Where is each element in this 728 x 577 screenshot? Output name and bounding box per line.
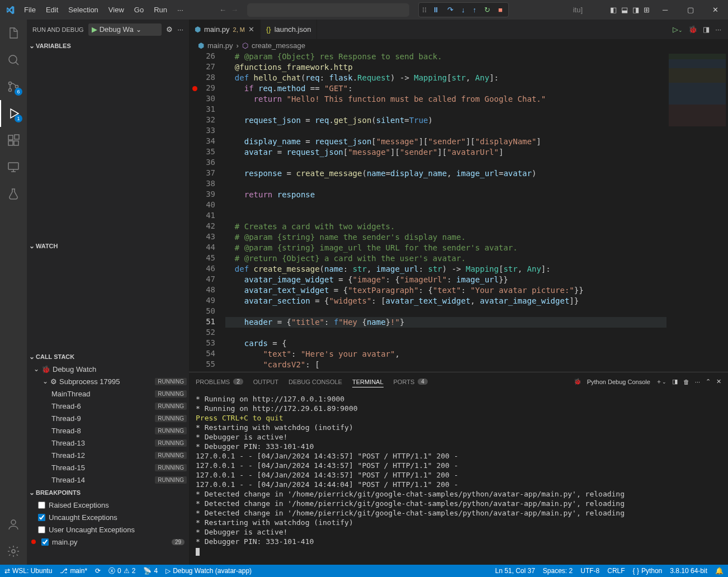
stop-icon[interactable]: ■ xyxy=(496,4,505,15)
callstack-item[interactable]: Thread-14RUNNING xyxy=(27,474,189,486)
callstack-item[interactable]: Thread-12RUNNING xyxy=(27,449,189,461)
accounts-icon[interactable] xyxy=(0,511,27,538)
ports-status[interactable]: 📡4 xyxy=(143,567,158,575)
drag-handle-icon[interactable]: ⁞⁞ xyxy=(422,6,427,14)
more-icon[interactable]: ··· xyxy=(177,25,183,34)
callstack-item[interactable]: ⌄⚙Subprocess 17995RUNNING xyxy=(27,375,189,387)
callstack-label: Thread-15 xyxy=(51,464,85,472)
source-control-icon[interactable]: 6 xyxy=(0,73,27,100)
callstack-item[interactable]: Thread-13RUNNING xyxy=(27,437,189,449)
breakpoint-option[interactable]: Raised Exceptions xyxy=(27,499,189,511)
minimize-icon[interactable]: ─ xyxy=(653,0,678,20)
breakpoint-option[interactable]: Uncaught Exceptions xyxy=(27,511,189,523)
step-over-icon[interactable]: ↷ xyxy=(445,4,456,15)
callstack-item[interactable]: Thread-6RUNNING xyxy=(27,400,189,412)
menu-item-file[interactable]: File xyxy=(20,3,40,16)
more-actions-icon[interactable]: ··· xyxy=(715,25,721,34)
search-icon[interactable] xyxy=(0,46,27,73)
indentation[interactable]: Spaces: 2 xyxy=(543,567,573,575)
breakpoint-file-label: main.py xyxy=(52,538,78,546)
close-tab-icon[interactable]: ✕ xyxy=(248,25,254,34)
git-branch[interactable]: ⎇main* xyxy=(60,567,87,575)
menu-item-selection[interactable]: Selection xyxy=(64,3,102,16)
gear-icon[interactable]: ⚙ xyxy=(166,25,173,34)
panel-tab-terminal[interactable]: TERMINAL xyxy=(352,379,384,387)
maximize-icon[interactable]: ▢ xyxy=(678,0,703,20)
run-file-icon[interactable]: ▷⌄ xyxy=(673,25,683,34)
menu-item-edit[interactable]: Edit xyxy=(41,3,63,16)
menu-item-run[interactable]: Run xyxy=(149,3,172,16)
editor-group: ⬢main.py2, M✕{}launch.json ▷⌄ 🐞 ◨ ··· ⬢ … xyxy=(189,20,728,565)
step-out-icon[interactable]: ↑ xyxy=(471,4,479,15)
encoding[interactable]: UTF-8 xyxy=(580,567,599,575)
callstack-item[interactable]: Thread-9RUNNING xyxy=(27,412,189,424)
step-into-icon[interactable]: ↓ xyxy=(459,4,467,15)
extensions-icon[interactable] xyxy=(0,127,27,154)
menu-item-go[interactable]: Go xyxy=(130,3,148,16)
breakpoint-option[interactable]: User Uncaught Exceptions xyxy=(27,523,189,536)
menu-item-view[interactable]: View xyxy=(104,3,129,16)
breakpoint-checkbox[interactable] xyxy=(38,502,45,509)
more-icon[interactable]: ··· xyxy=(695,379,700,385)
menu-bar: FileEditSelectionViewGoRun··· xyxy=(20,3,188,16)
debug-config-selector[interactable]: ▶ Debug Wa ⌄ xyxy=(88,23,162,36)
language-mode[interactable]: { }Python xyxy=(633,567,663,575)
trash-icon[interactable]: 🗑 xyxy=(683,379,689,385)
split-editor-icon[interactable]: ◨ xyxy=(703,25,710,34)
breakpoint-checkbox[interactable] xyxy=(41,538,49,546)
sync-icon[interactable]: ⟳ xyxy=(95,567,101,575)
problems-status[interactable]: ⓧ 0 ⚠ 2 xyxy=(108,566,135,576)
callstack-item[interactable]: Thread-15RUNNING xyxy=(27,461,189,474)
settings-icon[interactable] xyxy=(0,538,27,565)
terminal-content[interactable]: * Running on http://127.0.0.1:9000 * Run… xyxy=(189,391,728,565)
notifications-icon[interactable]: 🔔 xyxy=(715,567,724,575)
toggle-panel-right-icon[interactable]: ◨ xyxy=(632,6,639,14)
code-editor[interactable]: 2627282930313233343536373839404142434445… xyxy=(189,51,728,372)
add-terminal-icon[interactable]: ＋⌄ xyxy=(656,377,666,386)
callstack-item[interactable]: Thread-8RUNNING xyxy=(27,424,189,437)
panel-tab-ports[interactable]: PORTS4 xyxy=(394,379,428,385)
remote-indicator[interactable]: ⇄WSL: Ubuntu xyxy=(4,567,52,575)
minimap[interactable] xyxy=(666,51,728,372)
close-panel-icon[interactable]: ✕ xyxy=(716,378,721,385)
pause-icon[interactable]: ⏸ xyxy=(430,4,442,15)
section-callstack[interactable]: ⌄CALL STACK xyxy=(27,351,189,363)
python-version[interactable]: 3.8.10 64-bit xyxy=(670,567,707,575)
cursor-position[interactable]: Ln 51, Col 37 xyxy=(495,567,535,575)
customize-layout-icon[interactable]: ⊞ xyxy=(644,6,650,14)
nav-back-icon[interactable]: ← xyxy=(219,6,226,14)
breakpoint-file[interactable]: main.py29 xyxy=(27,536,189,548)
restart-icon[interactable]: ↻ xyxy=(482,4,493,15)
toggle-panel-left-icon[interactable]: ◧ xyxy=(610,6,617,14)
breakpoint-checkbox[interactable] xyxy=(38,514,45,521)
callstack-item[interactable]: MainThreadRUNNING xyxy=(27,387,189,400)
explorer-icon[interactable] xyxy=(0,20,27,46)
panel-tab-output[interactable]: OUTPUT xyxy=(253,379,278,385)
section-variables[interactable]: ⌄VARIABLES xyxy=(27,40,189,52)
chevron-up-icon[interactable]: ⌃ xyxy=(706,378,711,385)
close-icon[interactable]: ✕ xyxy=(703,0,728,20)
toggle-panel-bottom-icon[interactable]: ⬓ xyxy=(621,6,628,14)
eol[interactable]: CRLF xyxy=(607,567,625,575)
editor-tab-launch.json[interactable]: {}launch.json xyxy=(261,20,317,39)
debug-file-icon[interactable]: 🐞 xyxy=(688,25,697,34)
remote-explorer-icon[interactable] xyxy=(0,154,27,181)
svg-point-9 xyxy=(11,520,16,524)
run-debug-icon[interactable]: 1 xyxy=(0,100,27,127)
nav-forward-icon[interactable]: → xyxy=(231,6,238,14)
debug-status[interactable]: ▷Debug Watch (avatar-app) xyxy=(166,567,252,575)
breadcrumb[interactable]: ⬢ main.py › ⬡ create_message xyxy=(189,39,728,51)
testing-icon[interactable] xyxy=(0,181,27,207)
split-terminal-icon[interactable]: ◨ xyxy=(672,378,678,385)
svg-rect-5 xyxy=(8,141,13,145)
callstack-item[interactable]: ⌄🐞Debug Watch xyxy=(27,363,189,375)
editor-tab-main.py[interactable]: ⬢main.py2, M✕ xyxy=(189,20,261,39)
section-watch[interactable]: ⌄WATCH xyxy=(27,240,189,252)
breakpoint-checkbox[interactable] xyxy=(38,526,45,533)
panel-tab-debug-console[interactable]: DEBUG CONSOLE xyxy=(289,379,342,385)
panel-tab-problems[interactable]: PROBLEMS2 xyxy=(196,379,243,385)
terminal-selector[interactable]: Python Debug Console xyxy=(587,379,650,385)
menu-item-···[interactable]: ··· xyxy=(173,3,188,16)
section-breakpoints[interactable]: ⌄BREAKPOINTS xyxy=(27,486,189,499)
command-center-search[interactable] xyxy=(247,3,409,17)
